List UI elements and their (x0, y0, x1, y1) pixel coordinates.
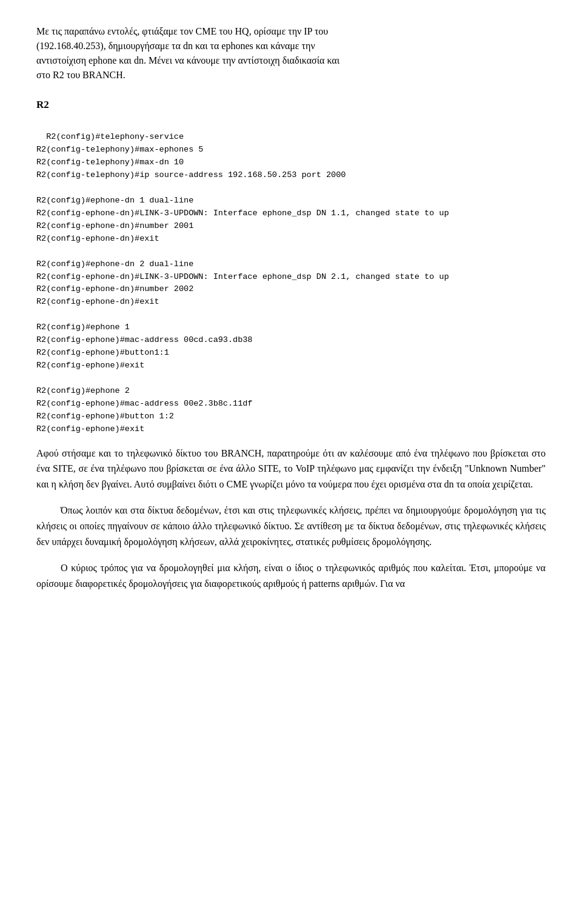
r2-code-block: R2(config)#telephony-service R2(config-t… (36, 119, 546, 436)
intro-line3: αντιστοίχιση ephone και dn. Μένει να κάν… (36, 55, 340, 65)
intro-line1: Με τις παραπάνω εντολές, φτιάξαμε τον CM… (36, 26, 328, 36)
intro-line2: (192.168.40.253), δημιουργήσαμε τα dn κα… (36, 41, 315, 51)
intro-line4: στο R2 του BRANCH. (36, 70, 125, 80)
paragraph-branch: Αφού στήσαμε και το τηλεφωνικό δίκτυο το… (36, 446, 546, 492)
r2-section-heading: R2 (36, 97, 546, 113)
paragraph-routing: Όπως λοιπόν και στα δίκτυα δεδομένων, έτ… (36, 503, 546, 549)
paragraph-method: Ο κύριος τρόπος για να δρομολογηθεί μια … (36, 560, 546, 591)
intro-paragraph: Με τις παραπάνω εντολές, φτιάξαμε τον CM… (36, 24, 546, 82)
